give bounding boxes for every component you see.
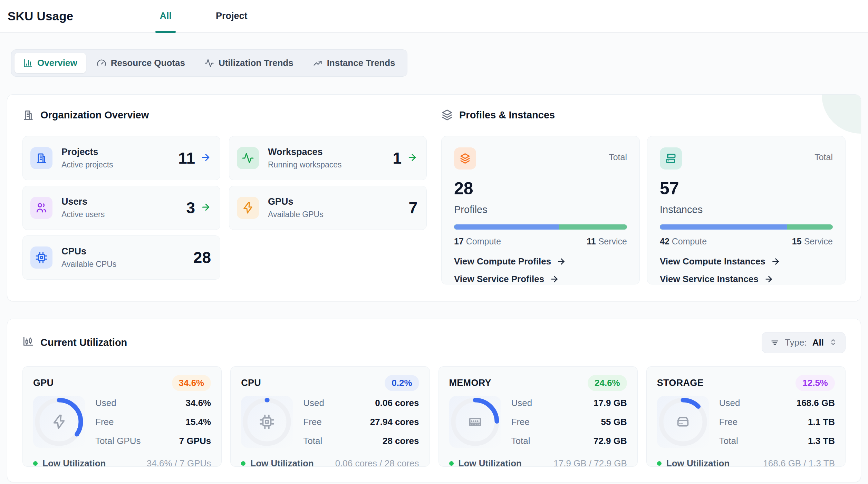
bar-chart-icon: [23, 58, 33, 68]
subtab-utilization-trends[interactable]: Utilization Trends: [196, 53, 302, 73]
type-filter[interactable]: Type: All: [762, 332, 846, 353]
compute-count: 17 Compute: [454, 236, 501, 246]
storage-status: Low Utilization: [657, 458, 730, 469]
utilization-card-memory: MEMORY 24.6% Used17.9 GB Free55 GB Total…: [438, 366, 638, 467]
top-tabs: All Project: [160, 0, 247, 32]
zap-icon: [51, 414, 67, 430]
arrow-right-icon: [550, 274, 559, 284]
cpu-icon: [35, 251, 48, 264]
instances-split-bar: [660, 224, 833, 230]
memory-percent-badge: 24.6%: [588, 375, 627, 391]
page-title: SKU Usage: [8, 9, 73, 23]
server-icon: [665, 152, 677, 165]
candlestick-chart-icon: [22, 337, 34, 349]
arrow-right-icon: [557, 257, 566, 266]
utilization-card-cpu: CPU 0.2% Used0.06 cores Free27.94 cores …: [230, 366, 430, 467]
tab-project[interactable]: Project: [216, 0, 248, 32]
storage-gauge: [657, 396, 709, 448]
activity-icon: [204, 58, 214, 68]
arrow-right-icon: [771, 257, 780, 266]
cpu-icon: [259, 414, 275, 430]
service-count: 11 Service: [587, 236, 627, 246]
hard-drive-icon: [675, 414, 691, 430]
gpu-gauge: [33, 396, 85, 448]
users-icon: [35, 202, 48, 214]
card-cpus: CPUs Available CPUs 28: [22, 235, 220, 280]
zap-icon: [242, 202, 254, 214]
total-label: Total: [814, 152, 833, 162]
trending-up-icon: [313, 58, 322, 68]
memory-status: Low Utilization: [449, 458, 522, 469]
section-title: Current Utilization: [40, 337, 127, 348]
arrow-right-icon: [407, 152, 417, 164]
activity-icon: [242, 152, 254, 164]
gpu-percent-badge: 34.6%: [172, 375, 211, 391]
link-view-compute-instances[interactable]: View Compute Instances: [660, 256, 833, 267]
service-count: 15 Service: [792, 236, 833, 246]
total-label: Total: [609, 152, 627, 162]
card-gpus: GPUs Available GPUs 7: [229, 186, 427, 230]
cpu-gauge: [241, 396, 293, 448]
overview-panel: Organization Overview Projects Active pr…: [7, 94, 861, 301]
organization-overview-section: Organization Overview Projects Active pr…: [22, 109, 427, 284]
utilization-card-storage: STORAGE 12.5% Used168.6 GB Free1.1 TB To…: [646, 366, 846, 467]
memory-gauge: [449, 396, 501, 448]
instances-card: Total 57 Instances 42 Compute 15 Service…: [647, 136, 846, 284]
chevrons-up-down-icon: [829, 338, 837, 347]
profiles-label: Profiles: [454, 204, 627, 215]
profiles-card: Total 28 Profiles 17 Compute 11 Service …: [441, 136, 640, 284]
status-dot: [241, 461, 245, 466]
memory-usage-detail: 17.9 GB / 72.9 GB: [553, 458, 627, 469]
storage-usage-detail: 168.6 GB / 1.3 TB: [763, 458, 835, 469]
utilization-card-gpu: GPU 34.6% Used34.6% Free15.4% Total GPUs…: [22, 366, 222, 467]
tab-all[interactable]: All: [160, 0, 172, 32]
page-header: SKU Usage All Project: [0, 0, 868, 33]
card-projects[interactable]: Projects Active projects 11: [22, 136, 220, 180]
storage-percent-badge: 12.5%: [795, 375, 835, 391]
status-dot: [33, 461, 38, 466]
gauge-icon: [97, 58, 106, 68]
profiles-split-bar: [454, 224, 627, 230]
card-users[interactable]: Users Active users 3: [22, 186, 220, 230]
subtab-instance-trends[interactable]: Instance Trends: [304, 53, 404, 73]
section-title: Profiles & Instances: [459, 109, 555, 121]
arrow-right-icon: [201, 202, 211, 214]
cpu-status: Low Utilization: [241, 458, 314, 469]
gpu-usage-detail: 34.6% / 7 GPUs: [147, 458, 211, 469]
compute-count: 42 Compute: [660, 236, 707, 246]
filter-icon: [770, 338, 779, 347]
cpu-percent-badge: 0.2%: [385, 375, 419, 391]
status-dot: [657, 461, 662, 466]
section-title: Organization Overview: [40, 109, 149, 121]
link-view-compute-profiles[interactable]: View Compute Profiles: [454, 256, 627, 267]
cpu-usage-detail: 0.06 cores / 28 cores: [335, 458, 419, 469]
card-workspaces[interactable]: Workspaces Running workspaces 1: [229, 136, 427, 180]
utilization-panel: Current Utilization Type: All GPU 34.6%: [7, 319, 861, 482]
link-view-service-instances[interactable]: View Service Instances: [660, 274, 833, 284]
building-icon: [22, 109, 34, 121]
instances-total-value: 57: [660, 178, 833, 199]
layers-icon: [441, 109, 453, 121]
arrow-right-icon: [764, 274, 773, 284]
building-icon: [35, 152, 48, 164]
memory-stick-icon: [467, 414, 483, 430]
status-dot: [449, 461, 454, 466]
profiles-total-value: 28: [454, 178, 627, 199]
link-view-service-profiles[interactable]: View Service Profiles: [454, 274, 627, 284]
subtab-resource-quotas[interactable]: Resource Quotas: [88, 53, 194, 73]
instances-label: Instances: [660, 204, 833, 215]
gpu-status: Low Utilization: [33, 458, 106, 469]
view-switcher: Overview Resource Quotas Utilization Tre…: [11, 49, 407, 77]
layers-icon: [459, 152, 471, 165]
subtab-overview[interactable]: Overview: [15, 53, 86, 73]
profiles-instances-section: Profiles & Instances Total 28 Profiles 1…: [441, 109, 846, 284]
arrow-right-icon: [201, 152, 211, 164]
type-filter-value: All: [812, 337, 824, 348]
